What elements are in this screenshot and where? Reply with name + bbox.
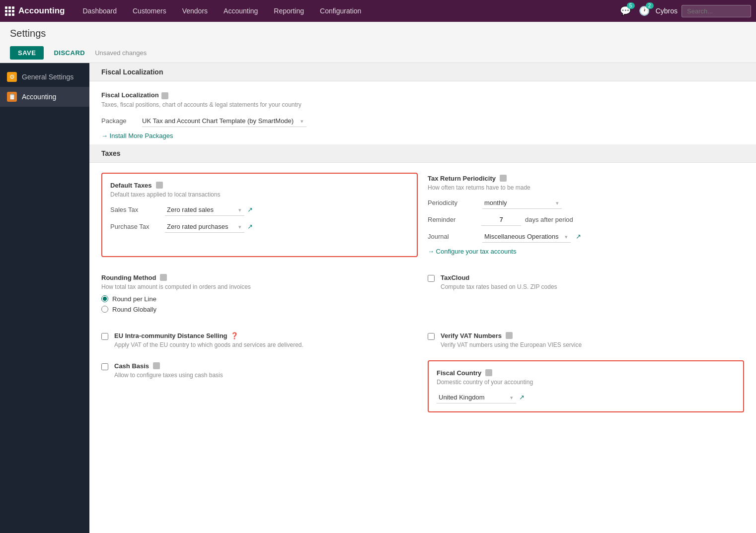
package-select-wrapper: UK Tax and Account Chart Template (by Sm…: [142, 115, 306, 127]
tax-return-title: Tax Return Periodicity: [428, 175, 744, 182]
messages-button[interactable]: 💬 5: [618, 3, 633, 18]
taxes-section-header: Taxes: [89, 144, 756, 163]
journal-label: Journal: [428, 233, 477, 240]
rounding-desc: How total tax amount is computed in orde…: [101, 283, 418, 290]
cash-fiscal-row: Cash Basis Allow to configure taxes usin…: [89, 360, 756, 422]
taxes-grid: Default Taxes Default taxes applied to l…: [89, 163, 756, 267]
nav-dashboard[interactable]: Dashboard: [75, 0, 125, 22]
sidebar-item-general[interactable]: ⚙ General Settings: [0, 67, 89, 87]
sales-tax-row: Sales Tax Zero rated sales ↗: [110, 204, 409, 216]
alerts-button[interactable]: 🕐 2: [637, 3, 652, 18]
search-input[interactable]: [681, 5, 751, 17]
sales-tax-field: Zero rated sales ↗: [165, 204, 253, 216]
verify-vat-title: Verify VAT Numbers: [441, 332, 582, 339]
topnav-right: 💬 5 🕐 2 Cybros: [618, 3, 751, 18]
fiscal-country-icon: [485, 369, 492, 376]
default-taxes-icon: [156, 182, 163, 189]
reminder-input[interactable]: [481, 214, 521, 226]
verify-vat-checkbox[interactable]: [428, 333, 435, 340]
tax-return-box: Tax Return Periodicity How often tax ret…: [428, 173, 744, 257]
page-title: Settings: [10, 28, 746, 39]
main-layout: ⚙ General Settings 📋 Accounting Fiscal L…: [0, 63, 756, 533]
tax-return-desc: How often tax returns have to be made: [428, 184, 744, 191]
cash-basis-block: Cash Basis Allow to configure taxes usin…: [101, 360, 418, 412]
periodicity-row: Periodicity monthly: [428, 197, 744, 209]
tax-return-icon: [500, 175, 507, 182]
sidebar-item-accounting[interactable]: 📋 Accounting: [0, 87, 89, 107]
fiscal-description: Taxes, fiscal positions, chart of accoun…: [101, 101, 744, 108]
reminder-label: Reminder: [428, 216, 477, 223]
sales-tax-select[interactable]: Zero rated sales: [165, 204, 244, 216]
fiscal-country-select[interactable]: United Kingdom: [437, 392, 516, 403]
rounding-radio-group: Round per Line Round Globally: [101, 295, 418, 313]
purchase-tax-ext-link[interactable]: ↗: [247, 223, 253, 230]
nav-reporting[interactable]: Reporting: [266, 0, 312, 22]
app-grid-icon[interactable]: [5, 6, 14, 16]
cash-basis-title: Cash Basis: [114, 362, 223, 370]
rounding-title: Rounding Method: [101, 274, 418, 281]
default-taxes-box: Default Taxes Default taxes applied to l…: [101, 173, 418, 257]
eu-intra-desc: Apply VAT of the EU country to which goo…: [114, 341, 303, 348]
page-header: Settings: [0, 22, 756, 43]
alerts-badge: 2: [646, 2, 654, 9]
periodicity-label: Periodicity: [428, 199, 477, 206]
round-per-line-radio[interactable]: [101, 295, 108, 302]
brand-logo[interactable]: Accounting: [5, 6, 65, 16]
eu-intra-help-icon[interactable]: ❓: [230, 332, 238, 339]
eu-intra-title: EU Intra-community Distance Selling ❓: [114, 332, 303, 339]
fiscal-info-icon: [161, 92, 168, 99]
eu-verifyvat-row: EU Intra-community Distance Selling ❓ Ap…: [89, 325, 756, 360]
taxcloud-checkbox[interactable]: [428, 275, 435, 282]
sales-tax-ext-link[interactable]: ↗: [247, 206, 253, 213]
configure-tax-accounts-link[interactable]: → Configure your tax accounts: [428, 248, 744, 255]
sidebar: ⚙ General Settings 📋 Accounting: [0, 63, 89, 533]
fiscal-country-title: Fiscal Country: [437, 369, 735, 377]
nav-customers[interactable]: Customers: [125, 0, 174, 22]
journal-row: Journal Miscellaneous Operations ↗: [428, 231, 744, 243]
journal-ext-link[interactable]: ↗: [576, 233, 581, 240]
taxcloud-desc: Compute tax rates based on U.S. ZIP code…: [441, 283, 557, 290]
top-navigation: Accounting Dashboard Customers Vendors A…: [0, 0, 756, 22]
purchase-tax-row: Purchase Tax Zero rated purchases ↗: [110, 221, 409, 233]
nav-accounting[interactable]: Accounting: [216, 0, 266, 22]
rounding-taxcloud-row: Rounding Method How total tax amount is …: [89, 267, 756, 325]
verify-vat-desc: Verify VAT numbers using the European VI…: [441, 341, 582, 348]
cash-basis-checkbox[interactable]: [101, 363, 108, 370]
sidebar-general-label: General Settings: [22, 73, 74, 81]
sidebar-accounting-label: Accounting: [22, 93, 56, 101]
brand-name: Accounting: [18, 6, 65, 16]
save-button[interactable]: SAVE: [10, 46, 44, 60]
verify-vat-block: Verify VAT Numbers Verify VAT numbers us…: [428, 330, 744, 350]
fiscal-country-field: United Kingdom ↗: [437, 392, 735, 403]
taxcloud-title: TaxCloud: [441, 274, 557, 281]
package-row: Package UK Tax and Account Chart Templat…: [101, 115, 744, 127]
fiscal-localization-section-header: Fiscal Localization: [89, 63, 756, 81]
nav-vendors[interactable]: Vendors: [174, 0, 216, 22]
purchase-tax-label: Purchase Tax: [110, 221, 160, 230]
install-packages-link[interactable]: → Install More Packages: [101, 132, 744, 139]
fiscal-title: Fiscal Localization: [101, 91, 744, 99]
taxcloud-block: TaxCloud Compute tax rates based on U.S.…: [428, 272, 744, 315]
verify-vat-icon: [506, 332, 513, 339]
round-globally-radio[interactable]: [101, 306, 108, 313]
nav-configuration[interactable]: Configuration: [312, 0, 369, 22]
round-per-line-option[interactable]: Round per Line: [101, 295, 418, 303]
discard-button[interactable]: DISCARD: [49, 46, 90, 60]
round-globally-option[interactable]: Round Globally: [101, 306, 418, 313]
periodicity-select[interactable]: monthly: [482, 197, 562, 209]
rounding-block: Rounding Method How total tax amount is …: [101, 272, 418, 315]
fiscal-country-desc: Domestic country of your accounting: [437, 379, 735, 386]
eu-intra-block: EU Intra-community Distance Selling ❓ Ap…: [101, 330, 418, 350]
package-label: Package: [101, 117, 136, 125]
fiscal-country-ext-link[interactable]: ↗: [519, 394, 525, 401]
journal-select[interactable]: Miscellaneous Operations: [482, 231, 571, 243]
days-label: days after period: [525, 216, 573, 223]
package-select[interactable]: UK Tax and Account Chart Template (by Sm…: [142, 115, 306, 127]
user-menu[interactable]: Cybros: [656, 7, 678, 15]
main-content: Fiscal Localization Fiscal Localization …: [89, 63, 756, 533]
purchase-tax-select[interactable]: Zero rated purchases: [165, 221, 244, 233]
eu-intra-checkbox[interactable]: [101, 333, 108, 340]
ledger-icon: 📋: [7, 92, 17, 102]
reminder-row: Reminder days after period: [428, 214, 744, 226]
default-taxes-title: Default Taxes: [110, 182, 409, 189]
